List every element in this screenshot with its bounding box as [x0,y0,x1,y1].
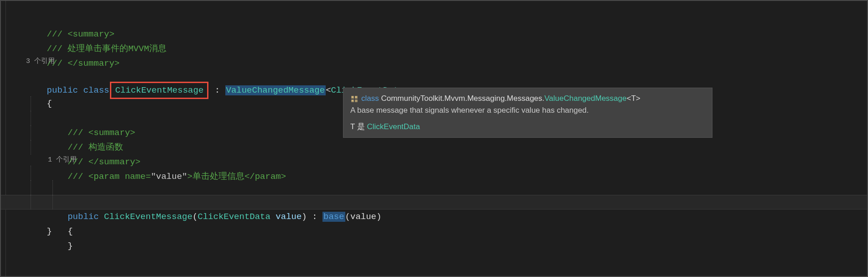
svg-point-2 [352,99,353,101]
xml-doc-comment: /// </summary> [47,58,120,68]
base-arg: value [350,212,376,222]
code-editor[interactable]: /// <summary> /// 处理单击事件的MVVM消息 /// </su… [0,0,868,277]
xml-doc-comment: /// 处理单击事件的MVVM消息 [47,44,166,54]
base-type: ValueChangedMessage [226,85,325,95]
selected-text: ValueChangedMessage [225,85,326,95]
intellisense-tooltip: class CommunityToolkit.Mvvm.Messaging.Me… [343,88,712,138]
code-line[interactable]: /// <param name="value">单击处理信息</param> [26,140,867,155]
codelens-references[interactable]: 1 个引用 [26,155,867,166]
tooltip-description: A base message that signals whenever a s… [350,105,705,116]
code-line[interactable]: { [26,180,867,195]
colon: : [209,85,225,95]
xml-doc-text: 构造函数 [88,142,123,152]
brace-open: { [47,99,52,109]
svg-point-1 [355,96,357,97]
param-name: value [270,212,301,222]
code-line[interactable]: /// <summary> [26,12,867,27]
param-type: ClickEventData [198,212,270,222]
codelens-references[interactable]: 3 个引用 [26,56,867,67]
keyword-public: public [68,212,99,222]
keyword-class: class [83,85,109,95]
xml-tag: <summary> [88,128,135,138]
code-line[interactable]: } [26,195,867,209]
class-icon [350,95,359,103]
selected-text: base [322,212,345,222]
xml-doc-comment: /// <summary> [47,29,114,39]
highlight-box: ClickEventMessage [110,82,208,99]
code-line[interactable]: /// 处理单击事件的MVVM消息 [26,27,867,42]
xml-param-tag: <param name= [88,172,151,182]
xml-tag: </summary> [88,157,140,167]
xml-param-text: 单击处理信息 [192,172,244,182]
brace-close: } [47,226,52,236]
constructor-name: ClickEventMessage [104,212,192,222]
class-name: ClickEventMessage [115,85,203,95]
keyword-public: public [47,85,78,95]
tooltip-signature: class CommunityToolkit.Mvvm.Messaging.Me… [350,93,705,105]
class-declaration-line[interactable]: public classClickEventMessage : ValueCha… [26,67,867,82]
keyword-base: base [323,212,344,222]
tooltip-type-param: T 是 ClickEventData [350,121,705,133]
brace-open: { [68,226,73,236]
svg-point-0 [352,96,353,97]
brace-close: } [68,241,73,251]
